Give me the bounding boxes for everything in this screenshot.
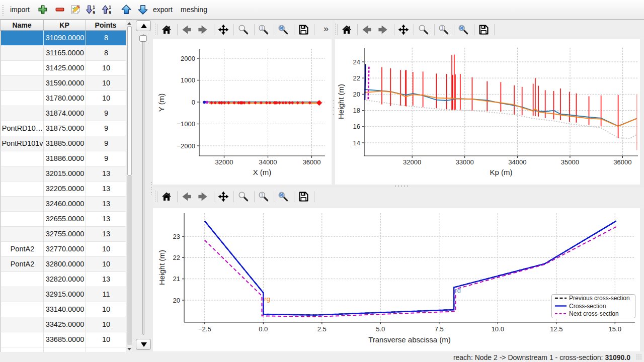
- svg-text:Transverse abscissa (m): Transverse abscissa (m): [368, 335, 451, 344]
- svg-text:Cross-section: Cross-section: [569, 303, 606, 310]
- svg-text:24: 24: [353, 58, 360, 66]
- svg-text:23: 23: [173, 233, 180, 240]
- svg-text:21: 21: [173, 275, 180, 283]
- svg-text:−2.5: −2.5: [198, 325, 211, 333]
- svg-text:Previous cross-section: Previous cross-section: [569, 295, 630, 302]
- svg-text:Kp (m): Kp (m): [490, 168, 513, 176]
- svg-text:33000: 33000: [456, 158, 474, 166]
- svg-text:20: 20: [353, 90, 360, 98]
- svg-text:0: 0: [192, 99, 195, 106]
- svg-text:Next cross-section: Next cross-section: [569, 310, 619, 317]
- svg-text:35000: 35000: [561, 158, 579, 166]
- svg-text:18: 18: [353, 107, 360, 114]
- svg-text:Y (m): Y (m): [157, 94, 166, 112]
- svg-text:rg: rg: [264, 295, 270, 303]
- svg-text:10.0: 10.0: [492, 325, 504, 333]
- svg-text:−1000: −1000: [177, 120, 195, 128]
- svg-text:X (m): X (m): [253, 168, 272, 176]
- svg-text:22: 22: [353, 74, 360, 82]
- svg-text:32000: 32000: [403, 158, 421, 166]
- svg-text:Height (m): Height (m): [157, 250, 166, 285]
- svg-text:36000: 36000: [613, 158, 631, 166]
- svg-text:16: 16: [353, 123, 360, 130]
- svg-text:Height (m): Height (m): [337, 84, 345, 119]
- svg-text:5.0: 5.0: [376, 325, 385, 333]
- svg-text:14: 14: [353, 139, 360, 147]
- svg-text:34000: 34000: [259, 158, 277, 166]
- svg-text:15.0: 15.0: [609, 325, 621, 333]
- svg-text:36000: 36000: [302, 158, 320, 166]
- svg-text:2000: 2000: [181, 55, 195, 62]
- svg-text:22: 22: [173, 254, 180, 261]
- svg-text:1000: 1000: [181, 76, 195, 84]
- svg-text:32000: 32000: [215, 158, 233, 166]
- svg-text:0.0: 0.0: [259, 325, 268, 333]
- svg-text:7.5: 7.5: [435, 325, 444, 333]
- svg-text:20: 20: [173, 297, 180, 304]
- svg-text:−2000: −2000: [177, 142, 195, 150]
- svg-text:2.5: 2.5: [317, 325, 327, 333]
- svg-text:34000: 34000: [508, 158, 526, 166]
- svg-text:rd: rd: [455, 287, 461, 294]
- svg-text:12.5: 12.5: [550, 325, 562, 333]
